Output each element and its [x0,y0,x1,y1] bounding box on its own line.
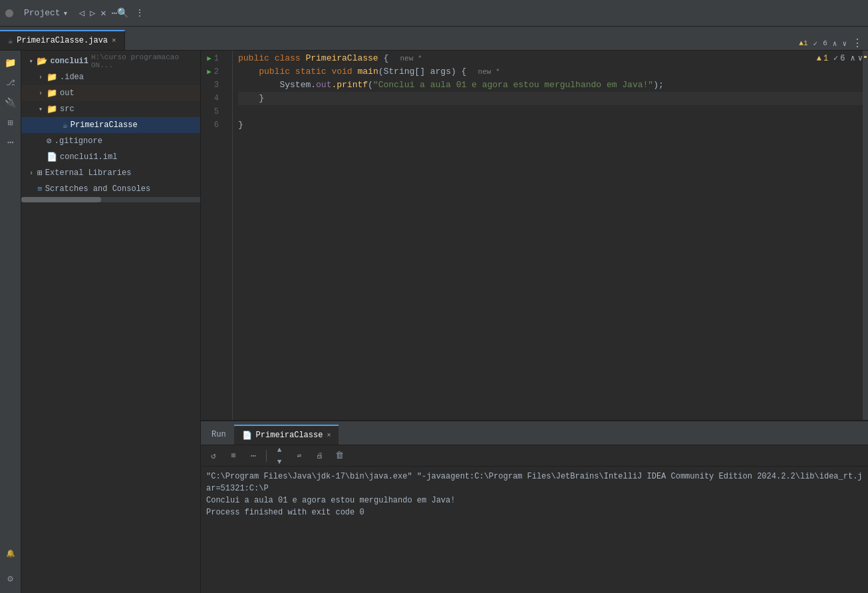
tree-icon-project: 📂 [37,56,47,67]
tree-arrow-conclui1: ▾ [27,57,35,66]
tree-icon-idea: 📁 [47,72,57,83]
line-num-1: 1 [214,52,219,65]
run-gutter-2: ▶ [207,65,212,79]
console-line-output: Conclui a aula 01 e agora estou mergulha… [206,494,863,506]
tab-bar-more-icon[interactable]: ⋮ [852,37,863,50]
tree-label-conclui1: conclui1 [50,57,88,66]
checkmark-icon: ✓ [833,53,838,63]
inspection-count: 6 [840,54,845,63]
tree-arrow-src: ▾ [36,104,45,114]
tree-horizontal-scrollbar[interactable] [21,197,200,202]
inspection-count: ✓ [813,39,818,48]
console-output: "C:\Program Files\Java\jdk-17\bin\java.e… [201,467,868,593]
soft-wrap-button[interactable]: ⇌ [292,449,307,463]
tree-arrow-PrimeiraClasse [52,120,61,130]
scroll-up-button[interactable]: ▲ [272,445,287,455]
project-tree: ▾ 📂 conclui1 H:\curso programacao ON... … [21,51,201,593]
sidebar-icon-notifications[interactable]: 🔔 [1,544,20,562]
sidebar-icon-folder[interactable]: 📁 [1,53,20,72]
code-editor[interactable]: ▶1 ▶2 3 4 5 6 public class PrimeiraC [201,51,868,420]
nav-down-arrow-icon[interactable]: ∨ [858,53,863,63]
clear-button[interactable]: 🗑 [332,449,347,463]
tree-arrow-iml [36,152,45,162]
side-icons: 📁 ⎇ 🔌 ⊞ ⋯ 🔔 ⚙ [0,51,21,593]
tree-arrow-ext-libs: › [27,168,36,178]
close-project-icon[interactable]: ✕ [100,7,106,19]
tree-label-ext-libs: External Libraries [45,168,132,178]
code-line-3: System. out .printf ( "Conclui a aula 01… [238,79,863,92]
win-btn-1[interactable] [5,9,13,17]
scroll-marker-warning [864,56,867,58]
sidebar-icon-plugins[interactable]: 🔌 [1,93,20,112]
sidebar-icon-layers[interactable]: ⊞ [1,113,20,132]
nav-up-arrow-icon[interactable]: ∧ [851,53,855,63]
editor-tab-bar: ☕ PrimeiraClasse.java × ▲1 ✓ 6 ∧ ∨ ⋮ [0,27,868,51]
tree-item-ext-libs[interactable]: › ⊞ External Libraries [21,165,200,181]
sidebar-icon-more[interactable]: ⋯ [1,133,20,152]
tree-item-gitignore[interactable]: ⊘ .gitignore [21,133,200,149]
kw-class: class [275,52,301,65]
scroll-down-button[interactable]: ▼ [272,457,287,467]
more-options-button[interactable]: ⋯ [246,449,261,463]
tree-arrow-idea: › [36,73,45,82]
sidebar-icon-settings[interactable]: ⚙ [1,569,20,588]
nav-down-icon[interactable]: ∨ [842,39,847,48]
bottom-tab-bar: Run 📄 PrimeiraClasse × [201,421,868,445]
line-num-2: 2 [214,65,219,79]
tree-path-conclui1: H:\curso programacao ON... [91,53,200,69]
tab-PrimeiraClasse[interactable]: ☕ PrimeiraClasse.java × [0,30,125,50]
kw-static: static [295,65,327,79]
code-content: ▶1 ▶2 3 4 5 6 public class PrimeiraC [201,51,868,420]
tree-icon-src: 📁 [47,104,57,114]
navigate-back-icon[interactable]: ◁ [78,7,84,19]
tree-item-src[interactable]: ▾ 📁 src [21,101,200,117]
run-tab-icon: 📄 [242,431,252,441]
print-button[interactable]: 🖨 [312,449,327,463]
more-actions-icon[interactable]: ⋯ [112,7,117,19]
string-literal: "Conclui a aula 01 e agora estou mergulh… [373,79,653,92]
tree-item-idea[interactable]: › 📁 .idea [21,69,200,85]
nav-up-icon[interactable]: ∧ [833,39,837,48]
tree-icon-scratches: ≡ [37,184,43,194]
tab-close-icon[interactable]: × [112,37,116,45]
title-more-icon[interactable]: ⋮ [135,7,144,19]
system-text: System. [279,79,316,92]
tree-label-scratches: Scratches and Consoles [45,184,150,194]
tree-scroll-thumb [21,197,101,202]
tree-item-conclui1[interactable]: ▾ 📂 conclui1 H:\curso programacao ON... [21,53,200,69]
kw-void: void [331,65,352,79]
stop-button[interactable]: ■ [226,449,241,463]
tree-item-iml[interactable]: 📄 conclui1.iml [21,149,200,165]
bottom-tab-run[interactable]: Run [204,425,234,445]
inspection-indicator: ✓ 6 [833,53,845,63]
brace-open-1: { [383,52,388,65]
sidebar-icon-git[interactable]: ⎇ [1,73,20,92]
main-params: (String[] args) { [378,65,467,79]
toolbar-separator-1 [266,450,267,462]
tree-icon-ext-libs: ⊞ [37,168,43,178]
tree-label-src: src [60,104,74,114]
tree-arrow-out: › [36,89,45,98]
tree-icon-out: 📁 [47,88,57,99]
warning-count: 1 [823,54,828,63]
tab-label: PrimeiraClasse.java [17,36,108,45]
code-lines: public class PrimeiraClasse { new * publ… [233,51,863,420]
kw-public-2: public [259,65,290,79]
code-line-5 [238,105,863,118]
tree-arrow-scratches [27,184,36,194]
code-line-1: public class PrimeiraClasse { new * [238,52,863,65]
bottom-tab-PrimeiraClasse[interactable]: 📄 PrimeiraClasse × [234,425,339,445]
code-line-2: public static void main (String[] args) … [238,65,863,79]
tree-item-PrimeiraClasse[interactable]: ☕ PrimeiraClasse [21,117,200,133]
tree-item-out[interactable]: › 📁 out [21,85,200,101]
warning-icon: ▲ [817,54,821,63]
line-numbers: ▶1 ▶2 3 4 5 6 [201,51,233,420]
rerun-button[interactable]: ↺ [206,449,221,463]
project-menu[interactable]: Project ▾ [24,8,68,19]
PrimeiraClasse-tab-close[interactable]: × [327,432,331,439]
tree-item-scratches[interactable]: ≡ Scratches and Consoles [21,181,200,197]
new-badge-1: new * [391,52,422,65]
navigate-forward-icon[interactable]: ▷ [90,7,95,19]
search-icon[interactable]: 🔍 [117,7,128,19]
project-chevron-icon: ▾ [63,8,69,19]
